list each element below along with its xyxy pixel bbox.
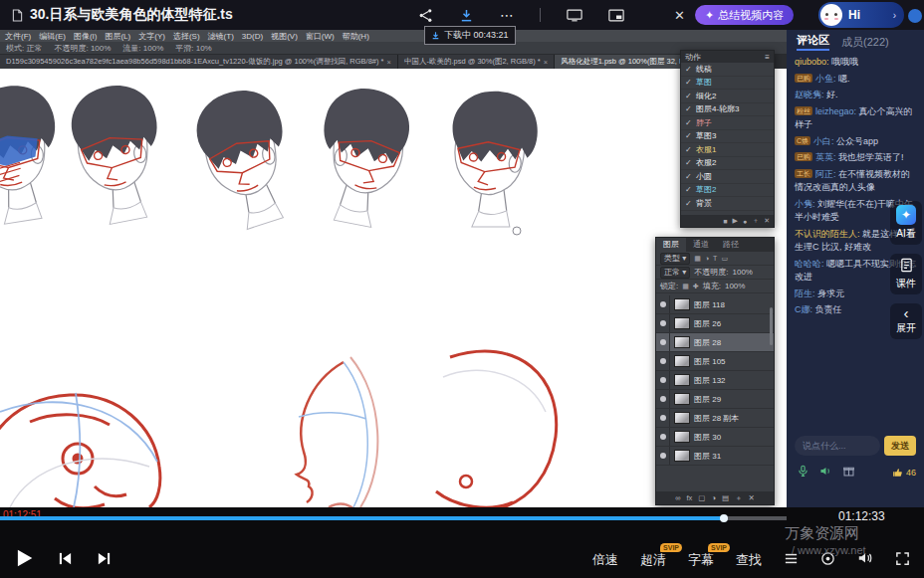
send-button[interactable]: 发送 xyxy=(884,436,916,456)
visibility-eye-icon[interactable] xyxy=(656,390,670,408)
pip-icon[interactable] xyxy=(608,9,624,22)
check-icon[interactable]: ✓ xyxy=(685,104,693,113)
layer-style-icon[interactable]: fx xyxy=(687,493,693,502)
sound-icon[interactable] xyxy=(819,464,832,482)
action-row[interactable]: ✓ 脖子 xyxy=(681,116,774,130)
check-icon[interactable]: ✓ xyxy=(685,92,693,100)
chat-input[interactable] xyxy=(795,436,880,456)
ps-menu-item[interactable]: 文字(Y) xyxy=(138,31,165,42)
filter-pixel-icon[interactable]: ▦ xyxy=(694,255,701,263)
record-icon[interactable] xyxy=(820,551,835,570)
delete-layer-icon[interactable]: ✕ xyxy=(749,493,755,502)
ps-option-item[interactable]: 不透明度: 100% xyxy=(54,43,111,54)
ps-menu-item[interactable]: 3D(D) xyxy=(242,32,263,41)
layer-row[interactable]: 图层 28 副本 xyxy=(656,409,774,428)
ps-menu-item[interactable]: 选择(S) xyxy=(173,31,200,42)
play-action-icon[interactable]: ▶ xyxy=(733,217,738,225)
check-icon[interactable]: ✓ xyxy=(685,199,693,208)
tab-channels[interactable]: 通道 xyxy=(686,238,716,252)
document-tab[interactable]: 中国人-欧美的.psd @ 30%(图2, RGB/8) * × xyxy=(398,55,555,69)
next-button[interactable] xyxy=(97,551,112,570)
expand-button[interactable]: ‹ 展开 xyxy=(890,303,922,339)
check-icon[interactable]: ✓ xyxy=(685,145,693,154)
video-frame[interactable]: 文件(F)编辑(E)图像(I)图层(L)文字(Y)选择(S)滤镜(T)3D(D)… xyxy=(0,30,787,507)
layer-thumbnail[interactable] xyxy=(674,355,690,367)
actions-panel-header[interactable]: 动作 ≡ xyxy=(681,51,774,63)
link-layers-icon[interactable]: ∞ xyxy=(675,493,680,502)
close-tab-icon[interactable]: × xyxy=(387,58,391,67)
action-row[interactable]: ✓ 衣服1 xyxy=(681,143,774,157)
group-icon[interactable]: ▤ xyxy=(722,493,729,502)
gift-icon[interactable] xyxy=(842,464,855,482)
visibility-eye-icon[interactable] xyxy=(656,295,670,313)
adjustment-icon[interactable]: ◑ xyxy=(711,493,716,502)
quality-button[interactable]: 超清 SVIP xyxy=(640,551,666,569)
ps-menu-item[interactable]: 视图(V) xyxy=(271,31,298,42)
share-icon[interactable] xyxy=(418,8,433,23)
stop-icon[interactable]: ■ xyxy=(723,218,727,225)
ps-option-item[interactable]: 模式: 正常 xyxy=(6,43,42,54)
speed-button[interactable]: 倍速 xyxy=(592,551,618,569)
document-tab[interactable]: D159c3095459026c3ea782e9fc1aea98b56d598d… xyxy=(0,55,398,69)
blend-mode-dropdown[interactable]: 正常 ▾ xyxy=(660,267,690,279)
like-button[interactable]: 46 xyxy=(892,467,916,479)
tab-layers[interactable]: 图层 xyxy=(656,238,686,252)
ps-menu-item[interactable]: 图层(L) xyxy=(105,31,130,42)
ps-menu-item[interactable]: 图像(I) xyxy=(74,31,98,42)
layer-thumbnail[interactable] xyxy=(674,450,690,462)
tab-paths[interactable]: 路径 xyxy=(716,238,746,252)
layer-thumbnail[interactable] xyxy=(674,393,690,405)
ps-option-item[interactable]: 流量: 100% xyxy=(122,43,163,54)
assistant-button[interactable]: Hi › xyxy=(818,2,904,28)
action-row[interactable]: ✓ 背景 xyxy=(681,197,774,211)
visibility-eye-icon[interactable] xyxy=(656,428,670,446)
volume-icon[interactable] xyxy=(857,550,873,570)
layer-row[interactable]: 图层 31 xyxy=(656,447,774,466)
layer-thumbnail[interactable] xyxy=(674,412,690,424)
layer-row[interactable]: 图层 29 xyxy=(656,390,774,409)
filter-type-dropdown[interactable]: 类型 ▾ xyxy=(660,253,690,265)
layer-row[interactable]: 图层 118 xyxy=(656,295,774,314)
check-icon[interactable]: ✓ xyxy=(685,65,693,74)
ps-menu-item[interactable]: 窗口(W) xyxy=(306,31,335,42)
check-icon[interactable]: ✓ xyxy=(685,158,693,167)
tab-members[interactable]: 成员(222) xyxy=(841,35,889,50)
action-row[interactable]: ✓ 线稿 xyxy=(681,63,774,77)
panel-menu-icon[interactable]: ≡ xyxy=(765,53,770,62)
ps-menu-item[interactable]: 滤镜(T) xyxy=(208,31,234,42)
layer-mask-icon[interactable]: ▢ xyxy=(698,493,705,502)
layer-row[interactable]: 图层 132 xyxy=(656,371,774,390)
record-action-icon[interactable]: ● xyxy=(743,218,747,225)
action-row[interactable]: ✓ 草图2 xyxy=(681,184,774,198)
progress-scrubber[interactable] xyxy=(720,514,728,522)
close-icon[interactable]: ✕ xyxy=(674,9,685,22)
fill-value[interactable]: 100% xyxy=(725,282,745,290)
progress-bar[interactable] xyxy=(0,516,787,520)
filter-adjust-icon[interactable]: ◑ xyxy=(705,255,709,262)
summarize-video-button[interactable]: ✦ 总结视频内容 xyxy=(695,5,794,25)
action-row[interactable]: ✓ 细化2 xyxy=(681,90,774,103)
visibility-eye-icon[interactable] xyxy=(656,352,670,370)
cast-icon[interactable] xyxy=(567,9,582,22)
check-icon[interactable]: ✓ xyxy=(685,172,693,181)
check-icon[interactable]: ✓ xyxy=(685,118,693,127)
layer-thumbnail[interactable] xyxy=(674,298,690,310)
filter-type-icon[interactable]: T xyxy=(713,255,717,262)
visibility-eye-icon[interactable] xyxy=(656,371,670,389)
layers-scrollbar[interactable] xyxy=(770,307,773,345)
visibility-eye-icon[interactable] xyxy=(656,333,670,351)
tab-comments[interactable]: 评论区 xyxy=(797,33,829,51)
layer-row[interactable]: 图层 26 xyxy=(656,314,774,333)
ps-option-item[interactable]: 平滑: 10% xyxy=(175,43,211,54)
opacity-value[interactable]: 100% xyxy=(732,268,752,277)
layer-thumbnail[interactable] xyxy=(674,374,690,386)
mic-icon[interactable] xyxy=(797,464,809,482)
filter-shape-icon[interactable]: ▭ xyxy=(721,255,728,263)
action-row[interactable]: ✓ 衣服2 xyxy=(681,157,774,171)
play-button[interactable] xyxy=(14,548,34,572)
close-tab-icon[interactable]: × xyxy=(544,58,548,67)
visibility-eye-icon[interactable] xyxy=(656,447,670,465)
check-icon[interactable]: ✓ xyxy=(685,78,693,87)
ps-menu-item[interactable]: 帮助(H) xyxy=(343,31,369,42)
visibility-eye-icon[interactable] xyxy=(656,314,670,332)
